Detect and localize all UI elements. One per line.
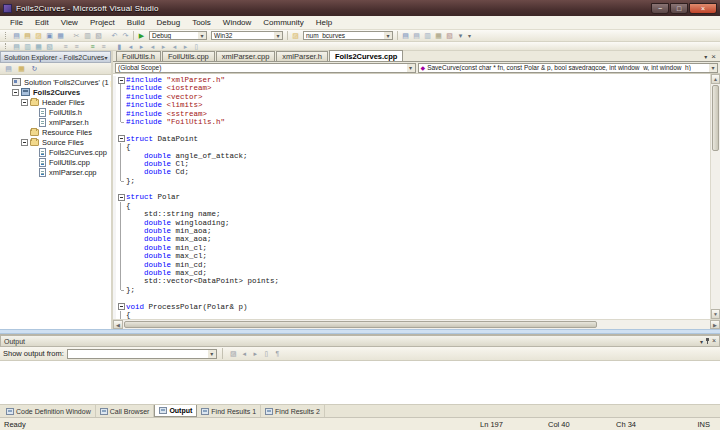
window-position-icon[interactable]: ▾ [700, 338, 703, 345]
active-files-dropdown-icon[interactable]: ▾ [704, 53, 707, 60]
solution-platform-combo[interactable]: Win32▾ [211, 31, 283, 40]
menu-file[interactable]: File [4, 18, 29, 27]
chevron-down-icon[interactable]: ▾ [384, 32, 392, 39]
code-line[interactable]: { [113, 202, 710, 210]
code-line[interactable]: double min_cl; [113, 244, 710, 252]
code-editor[interactable]: #include "xmlParser.h"#include <iostream… [113, 74, 710, 319]
menu-edit[interactable]: Edit [29, 18, 55, 27]
solution-configuration-combo[interactable]: Debug▾ [149, 31, 207, 40]
word-completion-icon[interactable]: ▧ [45, 42, 54, 51]
toolbar-grip[interactable] [5, 32, 8, 40]
fold-margin[interactable] [116, 76, 126, 84]
code-line[interactable]: { [113, 143, 710, 151]
horizontal-scroll-thumb[interactable] [124, 321, 597, 328]
find-message-icon[interactable]: ▨ [229, 349, 238, 358]
code-line[interactable]: double max_cl; [113, 252, 710, 260]
code-line[interactable]: { [113, 311, 710, 319]
code-line[interactable]: double Cd; [113, 168, 710, 176]
refresh-icon[interactable]: ↻ [30, 64, 39, 73]
tree-item-solution-foils2curves-1-project[interactable]: Solution 'Foils2Curves' (1 project) [0, 77, 111, 87]
tab-foils2curves-cpp[interactable]: Foils2Curves.cpp [329, 50, 404, 61]
code-line[interactable]: }; [113, 177, 710, 185]
code-line[interactable] [113, 294, 710, 302]
horizontal-scroll-track[interactable] [598, 320, 710, 329]
output-content[interactable] [0, 361, 720, 404]
redo-icon[interactable]: ↷ [121, 31, 130, 40]
scroll-down-icon[interactable]: ▼ [711, 309, 720, 319]
comment-selection-icon[interactable]: ≡ [88, 42, 97, 51]
toggle-word-wrap-icon[interactable]: ¶ [273, 349, 282, 358]
copy-icon[interactable]: ▥ [83, 31, 92, 40]
undo-icon[interactable]: ↶ [110, 31, 119, 40]
menu-build[interactable]: Build [121, 18, 151, 27]
tree-item-source-files[interactable]: Source Files [0, 137, 111, 147]
tree-item-foils2curves-cpp[interactable]: Foils2Curves.cpp [0, 147, 111, 157]
code-line[interactable]: void ProcessPolar(Polar& p) [113, 303, 710, 311]
menu-help[interactable]: Help [310, 18, 338, 27]
properties-window-icon[interactable]: ▤ [412, 31, 421, 40]
code-line[interactable]: std::string name; [113, 210, 710, 218]
tree-item-xmlparser-cpp[interactable]: xmlParser.cpp [0, 167, 111, 177]
minimize-button[interactable]: − [651, 3, 669, 14]
menu-tools[interactable]: Tools [186, 18, 217, 27]
start-debugging-icon[interactable]: ▶ [137, 31, 146, 40]
menu-community[interactable]: Community [257, 18, 309, 27]
uncomment-selection-icon[interactable]: ≡ [99, 42, 108, 51]
tree-collapse-icon[interactable] [12, 89, 19, 96]
show-all-files-icon[interactable]: ▦ [17, 64, 26, 73]
code-line[interactable]: #include <sstream> [113, 110, 710, 118]
tree-item-resource-files[interactable]: Resource Files [0, 127, 111, 137]
code-line[interactable]: struct DataPoint [113, 135, 710, 143]
decrease-indent-icon[interactable]: ≡ [61, 42, 70, 51]
tool-tab-code-definition-window[interactable]: Code Definition Window [2, 405, 96, 417]
window-position-icon[interactable]: ▾ [104, 54, 107, 61]
collapse-region-icon[interactable] [118, 77, 125, 84]
member-list-icon[interactable]: ▤ [12, 42, 21, 51]
chevron-down-icon[interactable]: ▾ [274, 32, 282, 39]
quick-info-icon[interactable]: ▦ [34, 42, 43, 51]
cut-icon[interactable]: ✂ [72, 31, 81, 40]
tree-item-foilutils-h[interactable]: FoilUtils.h [0, 107, 111, 117]
close-document-icon[interactable]: × [711, 52, 716, 61]
go-to-previous-message-icon[interactable]: ◂ [240, 349, 249, 358]
code-line[interactable]: #include <limits> [113, 101, 710, 109]
code-line[interactable]: double max_aoa; [113, 235, 710, 243]
close-icon[interactable]: × [712, 337, 716, 345]
menu-debug[interactable]: Debug [151, 18, 187, 27]
tool-tab-find-results-1[interactable]: Find Results 1 [197, 405, 261, 417]
close-button[interactable]: × [689, 3, 717, 14]
find-combo[interactable]: num_bcurves▾ [303, 31, 393, 40]
toolbox-icon[interactable]: ▦ [434, 31, 443, 40]
code-line[interactable] [113, 185, 710, 193]
chevron-down-icon[interactable]: ▾ [198, 32, 206, 39]
menu-window[interactable]: Window [217, 18, 257, 27]
tool-tab-call-browser[interactable]: Call Browser [96, 405, 155, 417]
code-line[interactable] [113, 126, 710, 134]
tree-item-xmlparser-h[interactable]: xmlParser.h [0, 117, 111, 127]
code-line[interactable]: double max_cd; [113, 269, 710, 277]
tree-item-header-files[interactable]: Header Files [0, 97, 111, 107]
save-all-icon[interactable]: ▦ [56, 31, 65, 40]
tool-tab-find-results-2[interactable]: Find Results 2 [261, 405, 325, 417]
fold-margin[interactable] [116, 303, 126, 311]
collapse-region-icon[interactable] [118, 303, 125, 310]
clear-all-icon[interactable]: ▯ [262, 349, 271, 358]
scroll-right-icon[interactable]: ▶ [710, 320, 720, 329]
tab-xmlparser-h[interactable]: xmlParser.h [276, 51, 328, 61]
menu-view[interactable]: View [55, 18, 84, 27]
code-line[interactable]: double angle_of_attack; [113, 152, 710, 160]
output-source-combo[interactable]: ▾ [67, 349, 217, 359]
vertical-scrollbar[interactable]: ▲ ▼ [710, 74, 720, 319]
tree-item-foils2curves[interactable]: Foils2Curves [0, 87, 111, 97]
fold-margin[interactable] [116, 135, 126, 143]
find-in-files-icon[interactable]: ▨ [291, 31, 300, 40]
parameter-info-icon[interactable]: ▥ [23, 42, 32, 51]
code-line[interactable]: double min_aoa; [113, 227, 710, 235]
new-project-icon[interactable]: ▤ [12, 31, 21, 40]
collapse-region-icon[interactable] [118, 135, 125, 142]
tab-foilutils-h[interactable]: FoilUtils.h [116, 51, 161, 61]
solution-explorer-icon[interactable]: ▤ [401, 31, 410, 40]
horizontal-scrollbar[interactable]: ◀ ▶ [113, 319, 720, 329]
chevron-down-icon[interactable]: ▾ [208, 350, 216, 358]
solution-explorer-header[interactable]: Solution Explorer - Foils2Curves ▾ × [0, 51, 111, 63]
